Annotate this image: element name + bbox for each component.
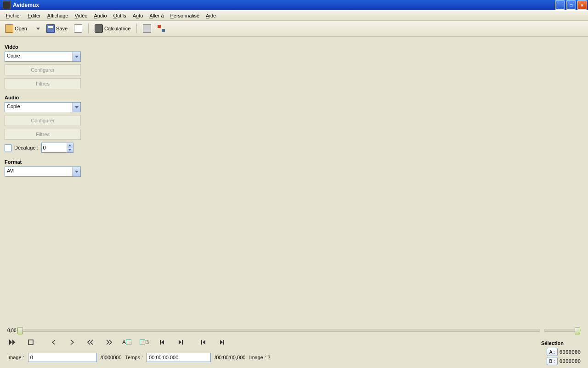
goto-mark-b-button[interactable] xyxy=(217,337,227,347)
chevron-down-icon[interactable] xyxy=(72,52,80,61)
menu-video[interactable]: Vidéo xyxy=(71,12,90,19)
chevron-down-icon[interactable] xyxy=(72,103,80,112)
screen-icon xyxy=(143,24,151,33)
open-label: Open xyxy=(15,26,27,31)
menu-auto[interactable]: Auto xyxy=(130,12,147,19)
mark-a-button[interactable]: A xyxy=(122,337,131,347)
audio-codec-combo[interactable]: Copie xyxy=(5,102,81,112)
svg-marker-9 xyxy=(220,340,223,345)
slider-position-label: 0,00 xyxy=(7,328,16,333)
workspace: Vidéo Copie Configurer Filtres Audio Cop… xyxy=(0,37,588,327)
svg-marker-1 xyxy=(12,339,15,345)
transport-bar: A B xyxy=(7,337,581,348)
maximize-button[interactable]: ❐ xyxy=(566,0,576,10)
selection-a-value: 0000000 xyxy=(560,349,581,355)
menu-outils[interactable]: Outils xyxy=(110,12,130,19)
menu-editer[interactable]: Editer xyxy=(24,12,44,19)
calculator-label: Calculatrice xyxy=(104,26,130,31)
status-image-input[interactable] xyxy=(28,353,97,362)
mark-b-button[interactable]: B xyxy=(140,337,149,347)
close-button[interactable]: × xyxy=(577,0,587,10)
status-row: Image : /0000000 Temps : /00:00:00,000 I… xyxy=(7,352,533,362)
video-codec-combo[interactable]: Copie xyxy=(5,52,81,62)
app-icon xyxy=(3,1,11,9)
next-icon xyxy=(70,339,74,345)
info-icon xyxy=(74,24,82,33)
svg-rect-10 xyxy=(223,340,224,345)
status-time-total: /00:00:00,000 xyxy=(215,355,245,360)
menu-audio[interactable]: Audio xyxy=(90,12,110,19)
titlebar: Avidemux _ ❐ × xyxy=(0,0,588,10)
stop-button[interactable] xyxy=(26,337,36,347)
forward-button[interactable] xyxy=(104,337,114,347)
video-codec-value: Copie xyxy=(5,52,72,61)
decalage-label: Décalage : xyxy=(14,145,39,150)
spin-up-icon[interactable] xyxy=(67,143,73,148)
prev-frame-button[interactable] xyxy=(49,337,59,347)
decalage-checkbox[interactable] xyxy=(5,144,11,151)
info-button[interactable] xyxy=(72,23,85,34)
decalage-input[interactable] xyxy=(42,143,67,152)
video-section-label: Vidéo xyxy=(5,44,87,50)
menu-fichier[interactable]: Fichier xyxy=(3,12,24,19)
prev-icon xyxy=(51,339,56,345)
audio-codec-value: Copie xyxy=(5,103,72,112)
menu-affichage[interactable]: Affichage xyxy=(44,12,72,19)
left-panel: Vidéo Copie Configurer Filtres Audio Cop… xyxy=(5,42,87,179)
timeline-thumb[interactable] xyxy=(17,327,23,334)
spin-down-icon[interactable] xyxy=(67,148,73,152)
menubar: Fichier Editer Affichage Vidéo Audio Out… xyxy=(0,10,588,21)
decalage-spinner[interactable] xyxy=(41,143,74,153)
status-image-label: Image : xyxy=(7,355,24,360)
toolbar-separator xyxy=(88,23,89,34)
goto-a-icon xyxy=(201,339,206,345)
menu-personnalise[interactable]: Personnalisé xyxy=(167,12,203,19)
save-button[interactable]: Save xyxy=(44,23,70,34)
format-section-label: Format xyxy=(5,159,87,165)
chevron-down-icon[interactable] xyxy=(72,167,80,176)
open-dropdown[interactable] xyxy=(31,26,42,32)
audio-section-label: Audio xyxy=(5,95,87,100)
goto-start-button[interactable] xyxy=(157,337,167,347)
svg-rect-7 xyxy=(201,340,202,345)
save-label: Save xyxy=(56,26,68,31)
format-combo[interactable]: AVI xyxy=(5,167,81,177)
status-time-input[interactable] xyxy=(147,353,211,362)
goto-end-button[interactable] xyxy=(175,337,186,347)
audio-configure-button[interactable]: Configurer xyxy=(5,115,81,126)
folder-open-icon xyxy=(5,24,13,33)
svg-marker-5 xyxy=(179,340,181,345)
audio-filters-button[interactable]: Filtres xyxy=(5,129,81,140)
next-frame-button[interactable] xyxy=(67,337,77,347)
goto-start-icon xyxy=(159,339,165,345)
play-button[interactable] xyxy=(7,337,17,347)
open-button[interactable]: Open xyxy=(3,23,29,34)
rewind-icon xyxy=(87,339,94,345)
play-icon xyxy=(9,339,16,345)
svg-rect-3 xyxy=(160,340,161,345)
rewind-button[interactable] xyxy=(85,337,96,347)
goto-mark-a-button[interactable] xyxy=(198,337,209,347)
calculator-icon xyxy=(95,24,103,33)
stop-icon xyxy=(28,339,34,345)
secondary-thumb[interactable] xyxy=(575,327,580,334)
squares-icon xyxy=(158,25,165,32)
video-configure-button[interactable]: Configurer xyxy=(5,64,81,75)
selection-a-button[interactable]: A : xyxy=(547,348,558,356)
toolbar-separator xyxy=(136,23,137,34)
minimize-button[interactable]: _ xyxy=(555,0,565,10)
timeline-track[interactable] xyxy=(17,329,540,332)
goto-b-icon xyxy=(219,339,225,345)
video-filters-button[interactable]: Filtres xyxy=(5,78,81,89)
menu-allera[interactable]: Aller à xyxy=(146,12,167,19)
forward-icon xyxy=(106,339,112,345)
calculator-button[interactable]: Calculatrice xyxy=(92,23,133,34)
secondary-track[interactable] xyxy=(544,329,581,332)
window-title: Avidemux xyxy=(13,2,555,8)
toolbar-extra1[interactable] xyxy=(141,23,153,34)
selection-b-button[interactable]: B : xyxy=(547,357,558,365)
status-time-label: Temps : xyxy=(125,355,143,360)
toolbar-extra2[interactable] xyxy=(155,23,167,34)
menu-aide[interactable]: Aide xyxy=(203,12,219,19)
svg-marker-0 xyxy=(9,339,12,345)
